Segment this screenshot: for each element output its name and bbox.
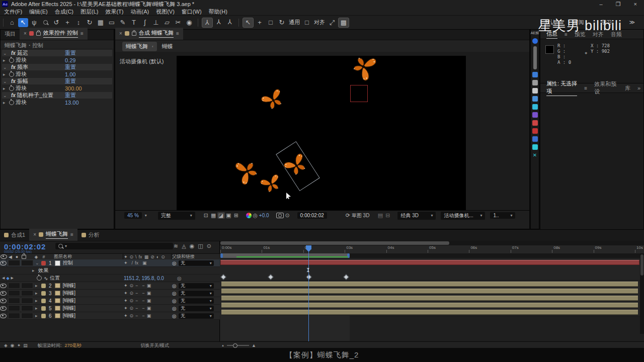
twirl-right-icon[interactable]: ▸	[35, 313, 41, 318]
menu-视图(V)[interactable]: 视图(V)	[156, 8, 175, 16]
layer-name[interactable]: [蝴蝶]	[63, 282, 76, 289]
home-tool[interactable]: ⌂	[7, 18, 17, 27]
switch-icon[interactable]: ▣	[147, 306, 151, 311]
extended-viewer-icon[interactable]: ⊟	[384, 212, 391, 219]
visibility-icon[interactable]	[0, 299, 7, 303]
lock-icon[interactable]	[36, 32, 41, 36]
visibility-icon[interactable]	[0, 306, 7, 311]
twirl-down-icon[interactable]: ⌄	[35, 260, 41, 265]
parent-dropdown[interactable]: 无▾	[179, 291, 214, 296]
tab-project[interactable]: 项目	[1, 29, 20, 40]
plugin-icon[interactable]	[532, 88, 538, 94]
parent-dropdown[interactable]: 无▾	[179, 283, 214, 289]
transparency-grid-icon[interactable]: ▦	[210, 212, 217, 219]
switch-header-icon[interactable]: ▦	[144, 254, 149, 259]
parent-link-cell[interactable]: ◎无▾	[172, 306, 214, 311]
switch-icon[interactable]: −	[135, 291, 138, 296]
view-camera-dropdown[interactable]: 活动摄像机...▾	[441, 212, 485, 220]
gizmo-scale-icon[interactable]: □	[266, 18, 276, 27]
pick-whip-icon[interactable]: ◎	[177, 276, 182, 281]
breadcrumb-parent[interactable]: 蝴蝶	[162, 43, 173, 50]
plugin-icon[interactable]	[532, 136, 538, 142]
visibility-icon[interactable]	[0, 291, 7, 296]
position-property-row[interactable]: ◀◆▶∿位置1151.2, 195.8, 0.0◎	[0, 275, 220, 282]
view-layout-dropdown[interactable]: 1..▾	[490, 212, 515, 219]
zoom-about-icon[interactable]: ⤢	[327, 18, 337, 27]
position-value[interactable]: 1151.2, 195.8, 0.0	[124, 276, 164, 281]
switch-icon[interactable]: −	[142, 313, 144, 318]
switch-icon[interactable]: −	[142, 306, 144, 311]
slider-row-随机种子_位置[interactable]: ▸滑块13.00	[2, 99, 112, 106]
switch-header-icon[interactable]: ✦	[124, 254, 128, 259]
switch-icon[interactable]: /	[132, 260, 133, 265]
gizmo-position-icon[interactable]: +	[255, 18, 265, 27]
tab-effect-controls[interactable]: × 效果控件 控制 ≡	[20, 28, 88, 40]
plugin-icon[interactable]	[532, 144, 538, 150]
twirl-right-icon[interactable]: ▸	[3, 72, 9, 77]
panel-menu-icon[interactable]: ≡	[80, 31, 84, 36]
show-snapshot-icon[interactable]: ⊙	[284, 212, 291, 219]
dock-scrollbar[interactable]	[533, 46, 537, 69]
solo-column-icon[interactable]: ●	[14, 254, 20, 259]
effect-row-延迟[interactable]: ⌄fx延迟重置	[2, 50, 112, 56]
panel-menu-icon[interactable]: ≡	[584, 85, 587, 91]
slider-row-振幅[interactable]: ▸滑块300.00	[2, 85, 112, 92]
lock-icon[interactable]	[132, 32, 136, 36]
switch-icon[interactable]: ✦	[124, 298, 128, 303]
keyframe-at-time-icon[interactable]: ◆	[6, 276, 9, 281]
switch-icon[interactable]: −	[135, 283, 138, 288]
parent-dropdown[interactable]: 无▾	[179, 306, 214, 311]
switch-icon[interactable]: ▣	[147, 283, 151, 288]
parent-link-cell[interactable]: ◎无▾	[172, 260, 214, 266]
slider-row-延迟[interactable]: ▸滑块0.29	[2, 57, 112, 63]
plugin-icon[interactable]	[532, 120, 538, 126]
switch-icon[interactable]: ✦	[124, 306, 128, 311]
tab-properties[interactable]: 属性: 无选择项	[546, 80, 577, 96]
switch-icon[interactable]: −	[142, 283, 144, 288]
timeline-shy-layers-icon[interactable]: ◉	[190, 243, 195, 249]
video-column-icon[interactable]	[1, 254, 7, 259]
type-tool[interactable]: T	[129, 18, 139, 27]
tab-overflow[interactable]: »	[637, 85, 640, 91]
draft-icon[interactable]: ◉	[9, 343, 16, 348]
visibility-icon[interactable]	[0, 261, 7, 265]
reset-link[interactable]: 重置	[65, 92, 76, 99]
twirl-down-icon[interactable]: ⌄	[3, 79, 9, 84]
switch-icon[interactable]: ⊙	[130, 313, 134, 318]
exposure-reset-icon[interactable]: ◎	[252, 212, 259, 219]
switch-icon[interactable]: −	[142, 291, 144, 296]
color-management-icon[interactable]	[246, 213, 252, 218]
roto-brush-tool[interactable]: ✂	[173, 18, 183, 27]
guides-icon[interactable]: ▣	[225, 212, 232, 219]
local-axis-mode[interactable]: ⅄	[202, 18, 213, 28]
pick-whip-icon[interactable]: ◎	[172, 306, 177, 311]
parent-dropdown[interactable]: 无▾	[179, 298, 214, 304]
switch-icon[interactable]: fx	[135, 260, 138, 265]
close-icon[interactable]: ×	[24, 31, 27, 36]
position-label[interactable]: 位置	[50, 275, 60, 282]
tab-libraries[interactable]: 库	[625, 84, 630, 92]
menu-编辑(E)[interactable]: 编辑(E)	[29, 8, 48, 16]
magnification-dropdown[interactable]: 45 %	[124, 212, 142, 219]
chevron-down-icon[interactable]: ▾	[145, 213, 147, 218]
stopwatch-icon[interactable]	[9, 100, 14, 105]
switch-header-icon[interactable]: \	[135, 254, 137, 259]
label-color-chip[interactable]	[41, 299, 46, 303]
timeline-tab-分析[interactable]: 分析	[77, 230, 104, 241]
layer-row-2[interactable]: ▸2[蝴蝶]✦⊙−−▣◎无▾	[0, 282, 220, 290]
layer6-duration-bar[interactable]	[221, 310, 638, 315]
graph-editor-icon[interactable]: ∿	[44, 276, 48, 281]
menu-帮助(H)[interactable]: 帮助(H)	[209, 8, 227, 16]
close-icon[interactable]: ×	[119, 31, 122, 36]
maximize-button[interactable]: ❐	[616, 1, 621, 8]
twirl-down-icon[interactable]: ⌄	[3, 93, 9, 98]
timeline-tab-合成1[interactable]: 合成1	[0, 230, 29, 241]
switch-header-icon[interactable]: ◐	[156, 254, 159, 259]
plugin-icon[interactable]	[532, 80, 538, 85]
pan-camera-tool[interactable]: +	[62, 18, 72, 27]
view-axis-mode[interactable]: ⅄	[225, 18, 235, 27]
clone-stamp-tool[interactable]: ⊥	[151, 18, 161, 27]
resolution-dropdown[interactable]: 完整▾	[158, 212, 195, 220]
lock-column-icon[interactable]	[22, 255, 26, 259]
switch-header-icon[interactable]: ⊙	[161, 254, 165, 259]
